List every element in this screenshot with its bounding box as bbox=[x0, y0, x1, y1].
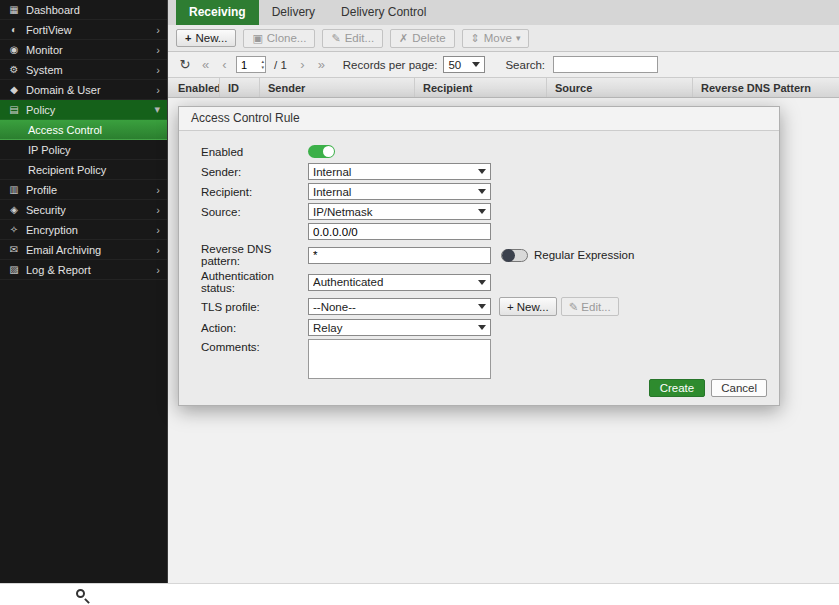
sidebar-item-log-report[interactable]: ▨ Log & Report › bbox=[0, 260, 167, 280]
dialog-footer: Create Cancel bbox=[179, 371, 779, 405]
sender-row: Sender: Internal bbox=[201, 163, 779, 180]
last-page-button[interactable]: » bbox=[314, 57, 329, 72]
delete-button[interactable]: ✗ Delete bbox=[390, 29, 454, 48]
sidebar-item-encryption[interactable]: ✧ Encryption › bbox=[0, 220, 167, 240]
records-per-page-value: 50 bbox=[448, 59, 467, 71]
sidebar-item-security[interactable]: ◈ Security › bbox=[0, 200, 167, 220]
sidebar-item-monitor[interactable]: ◉ Monitor › bbox=[0, 40, 167, 60]
column-header-id[interactable]: ID bbox=[220, 78, 260, 97]
tls-new-button[interactable]: + New... bbox=[499, 297, 557, 316]
caret-down-icon bbox=[478, 325, 486, 330]
source-detail-row bbox=[201, 223, 779, 240]
prev-page-button[interactable]: ‹ bbox=[217, 57, 232, 72]
new-button[interactable]: + New... bbox=[176, 29, 236, 47]
move-button[interactable]: ⇕ Move ▾ bbox=[462, 29, 530, 48]
regex-toggle[interactable] bbox=[501, 249, 528, 262]
bottom-bar bbox=[0, 583, 839, 605]
gear-icon: ⚙ bbox=[7, 64, 21, 75]
refresh-icon[interactable]: ↻ bbox=[176, 57, 194, 72]
sidebar-item-label: Dashboard bbox=[21, 4, 160, 16]
caret-down-icon: ▾ bbox=[516, 33, 521, 43]
log-report-icon: ▨ bbox=[7, 264, 21, 275]
recipient-row: Recipient: Internal bbox=[201, 183, 779, 200]
column-header-sender[interactable]: Sender bbox=[260, 78, 415, 97]
source-type-select[interactable]: IP/Netmask bbox=[308, 203, 491, 220]
sidebar-item-recipient-policy[interactable]: Recipient Policy bbox=[0, 160, 167, 180]
chevron-right-icon: › bbox=[156, 64, 160, 76]
sidebar-item-access-control[interactable]: Access Control bbox=[0, 120, 167, 140]
search-magnifier-icon[interactable] bbox=[76, 589, 85, 598]
cancel-button[interactable]: Cancel bbox=[711, 379, 767, 397]
source-type-value: IP/Netmask bbox=[313, 206, 473, 218]
clone-button[interactable]: ▣ Clone... bbox=[243, 29, 315, 48]
sidebar-item-domain-user[interactable]: ◆ Domain & User › bbox=[0, 80, 167, 100]
reverse-dns-input[interactable] bbox=[308, 247, 491, 264]
tls-edit-button[interactable]: ✎ Edit... bbox=[561, 297, 619, 316]
caret-down-icon bbox=[472, 62, 480, 67]
sidebar-item-label: Encryption bbox=[21, 224, 156, 236]
enabled-toggle[interactable] bbox=[308, 145, 335, 158]
policy-icon: ▤ bbox=[7, 104, 21, 115]
sidebar-item-label: System bbox=[21, 64, 156, 76]
sender-select[interactable]: Internal bbox=[308, 163, 491, 180]
sidebar-item-fortiview[interactable]: ◐ FortiView › bbox=[0, 20, 167, 40]
sidebar-item-ip-policy[interactable]: IP Policy bbox=[0, 140, 167, 160]
fortiview-icon: ◐ bbox=[7, 24, 21, 35]
create-button[interactable]: Create bbox=[649, 379, 706, 397]
action-value: Relay bbox=[313, 322, 473, 334]
auth-status-select[interactable]: Authenticated bbox=[308, 274, 491, 291]
chevron-right-icon: › bbox=[156, 244, 160, 256]
column-header-recipient[interactable]: Recipient bbox=[415, 78, 547, 97]
move-button-label: Move bbox=[484, 32, 512, 44]
monitor-icon: ◉ bbox=[7, 44, 21, 55]
tls-profile-label: TLS profile: bbox=[201, 301, 308, 313]
delete-icon: ✗ bbox=[399, 32, 408, 45]
column-header-reverse-dns[interactable]: Reverse DNS Pattern bbox=[693, 78, 839, 97]
source-ip-netmask-input[interactable] bbox=[308, 223, 491, 240]
tab-delivery-control[interactable]: Delivery Control bbox=[328, 0, 439, 25]
recipient-label: Recipient: bbox=[201, 186, 308, 198]
sidebar-item-dashboard[interactable]: ▦ Dashboard bbox=[0, 0, 167, 20]
sidebar-item-email-archiving[interactable]: ✉ Email Archiving › bbox=[0, 240, 167, 260]
sidebar: ▦ Dashboard ◐ FortiView › ◉ Monitor › ⚙ … bbox=[0, 0, 168, 583]
tls-profile-value: --None-- bbox=[313, 301, 473, 313]
column-header-enabled[interactable]: Enabled bbox=[168, 78, 220, 97]
caret-down-icon bbox=[478, 280, 486, 285]
sidebar-item-system[interactable]: ⚙ System › bbox=[0, 60, 167, 80]
tls-edit-button-label: Edit... bbox=[581, 301, 610, 313]
sidebar-item-profile[interactable]: ▥ Profile › bbox=[0, 180, 167, 200]
search-input[interactable] bbox=[553, 56, 658, 73]
plus-icon: + bbox=[507, 301, 514, 313]
chevron-right-icon: › bbox=[156, 44, 160, 56]
chevron-right-icon: › bbox=[156, 264, 160, 276]
sidebar-item-label: Email Archiving bbox=[21, 244, 156, 256]
access-control-rule-dialog: Access Control Rule Enabled Sender: Inte… bbox=[178, 106, 780, 406]
clone-icon: ▣ bbox=[252, 32, 262, 45]
action-select[interactable]: Relay bbox=[308, 319, 491, 336]
caret-down-icon bbox=[478, 169, 486, 174]
edit-button[interactable]: ✎ Edit... bbox=[322, 29, 383, 48]
chevron-right-icon: › bbox=[156, 24, 160, 36]
source-row: Source: IP/Netmask bbox=[201, 203, 779, 220]
sidebar-item-policy[interactable]: ▤ Policy ▾ bbox=[0, 100, 167, 120]
first-page-button[interactable]: « bbox=[198, 57, 213, 72]
pagination-bar: ↻ « ‹ ▴▾ / 1 › » Records per page: 50 Se… bbox=[168, 52, 839, 78]
sender-value: Internal bbox=[313, 166, 473, 178]
new-button-label: New... bbox=[195, 32, 227, 44]
dialog-title: Access Control Rule bbox=[179, 107, 779, 131]
enabled-label: Enabled bbox=[201, 146, 308, 158]
chevron-down-icon: ▾ bbox=[154, 103, 160, 116]
profile-icon: ▥ bbox=[7, 184, 21, 195]
caret-down-icon bbox=[478, 189, 486, 194]
spinner-down-icon[interactable]: ▾ bbox=[261, 64, 264, 70]
page-spinner[interactable]: ▴▾ bbox=[261, 58, 264, 70]
tab-receiving[interactable]: Receiving bbox=[176, 0, 259, 25]
tab-delivery[interactable]: Delivery bbox=[259, 0, 328, 25]
recipient-select[interactable]: Internal bbox=[308, 183, 491, 200]
column-header-source[interactable]: Source bbox=[547, 78, 693, 97]
next-page-button[interactable]: › bbox=[295, 57, 310, 72]
tls-profile-select[interactable]: --None-- bbox=[308, 298, 491, 315]
sidebar-item-label: IP Policy bbox=[7, 144, 160, 156]
records-per-page-select[interactable]: 50 bbox=[443, 56, 485, 73]
caret-down-icon bbox=[478, 304, 486, 309]
